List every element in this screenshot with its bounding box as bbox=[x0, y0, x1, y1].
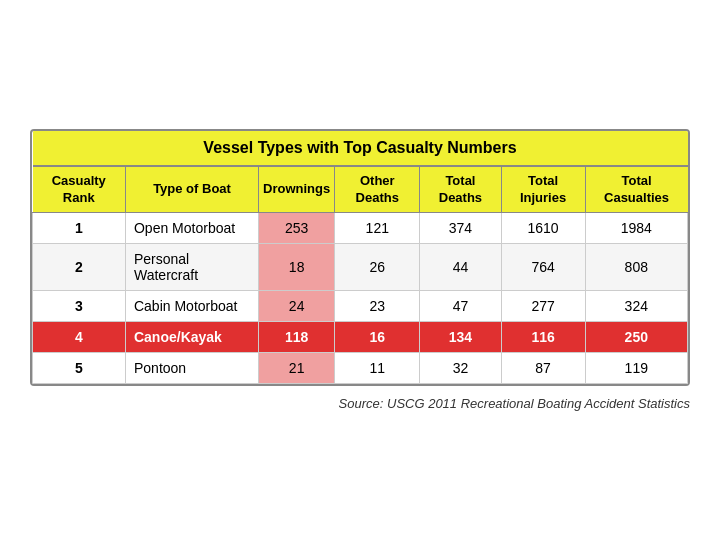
boat-cell: Canoe/Kayak bbox=[125, 322, 258, 353]
total-injuries-cell: 1610 bbox=[501, 213, 585, 244]
header-type-of-boat: Type of Boat bbox=[125, 166, 258, 213]
table-title: Vessel Types with Top Casualty Numbers bbox=[33, 131, 688, 166]
drownings-cell: 253 bbox=[259, 213, 335, 244]
boat-cell: Pontoon bbox=[125, 353, 258, 384]
header-total-casualties: Total Casualties bbox=[585, 166, 687, 213]
total-casualties-cell: 119 bbox=[585, 353, 687, 384]
main-container: Vessel Types with Top Casualty Numbers C… bbox=[30, 129, 690, 412]
total-injuries-cell: 87 bbox=[501, 353, 585, 384]
total-casualties-cell: 808 bbox=[585, 244, 687, 291]
rank-cell: 3 bbox=[33, 291, 126, 322]
total-injuries-cell: 764 bbox=[501, 244, 585, 291]
table-row: 5Pontoon21113287119 bbox=[33, 353, 688, 384]
title-row: Vessel Types with Top Casualty Numbers bbox=[33, 131, 688, 166]
other-deaths-cell: 23 bbox=[335, 291, 420, 322]
total-deaths-cell: 44 bbox=[420, 244, 501, 291]
table-body: 1Open Motorboat253121374161019842Persona… bbox=[33, 213, 688, 384]
rank-cell: 2 bbox=[33, 244, 126, 291]
source-text: Source: USCG 2011 Recreational Boating A… bbox=[30, 396, 690, 411]
boat-cell: Cabin Motorboat bbox=[125, 291, 258, 322]
header-casualty-rank: Casualty Rank bbox=[33, 166, 126, 213]
boat-cell: Open Motorboat bbox=[125, 213, 258, 244]
header-row: Casualty Rank Type of Boat Drownings Oth… bbox=[33, 166, 688, 213]
table-row: 1Open Motorboat25312137416101984 bbox=[33, 213, 688, 244]
table-row: 2Personal Watercraft182644764808 bbox=[33, 244, 688, 291]
total-casualties-cell: 1984 bbox=[585, 213, 687, 244]
boat-cell: Personal Watercraft bbox=[125, 244, 258, 291]
casualty-table: Vessel Types with Top Casualty Numbers C… bbox=[32, 131, 688, 385]
header-total-injuries: Total Injuries bbox=[501, 166, 585, 213]
total-injuries-cell: 277 bbox=[501, 291, 585, 322]
other-deaths-cell: 121 bbox=[335, 213, 420, 244]
rank-cell: 4 bbox=[33, 322, 126, 353]
total-injuries-cell: 116 bbox=[501, 322, 585, 353]
drownings-cell: 18 bbox=[259, 244, 335, 291]
total-casualties-cell: 250 bbox=[585, 322, 687, 353]
rank-cell: 1 bbox=[33, 213, 126, 244]
drownings-cell: 118 bbox=[259, 322, 335, 353]
total-deaths-cell: 134 bbox=[420, 322, 501, 353]
other-deaths-cell: 16 bbox=[335, 322, 420, 353]
drownings-cell: 21 bbox=[259, 353, 335, 384]
header-total-deaths: Total Deaths bbox=[420, 166, 501, 213]
total-deaths-cell: 32 bbox=[420, 353, 501, 384]
rank-cell: 5 bbox=[33, 353, 126, 384]
table-row: 3Cabin Motorboat242347277324 bbox=[33, 291, 688, 322]
total-deaths-cell: 374 bbox=[420, 213, 501, 244]
header-other-deaths: Other Deaths bbox=[335, 166, 420, 213]
total-casualties-cell: 324 bbox=[585, 291, 687, 322]
other-deaths-cell: 11 bbox=[335, 353, 420, 384]
total-deaths-cell: 47 bbox=[420, 291, 501, 322]
header-drownings: Drownings bbox=[259, 166, 335, 213]
drownings-cell: 24 bbox=[259, 291, 335, 322]
table-row: 4Canoe/Kayak11816134116250 bbox=[33, 322, 688, 353]
other-deaths-cell: 26 bbox=[335, 244, 420, 291]
table-wrapper: Vessel Types with Top Casualty Numbers C… bbox=[30, 129, 690, 387]
